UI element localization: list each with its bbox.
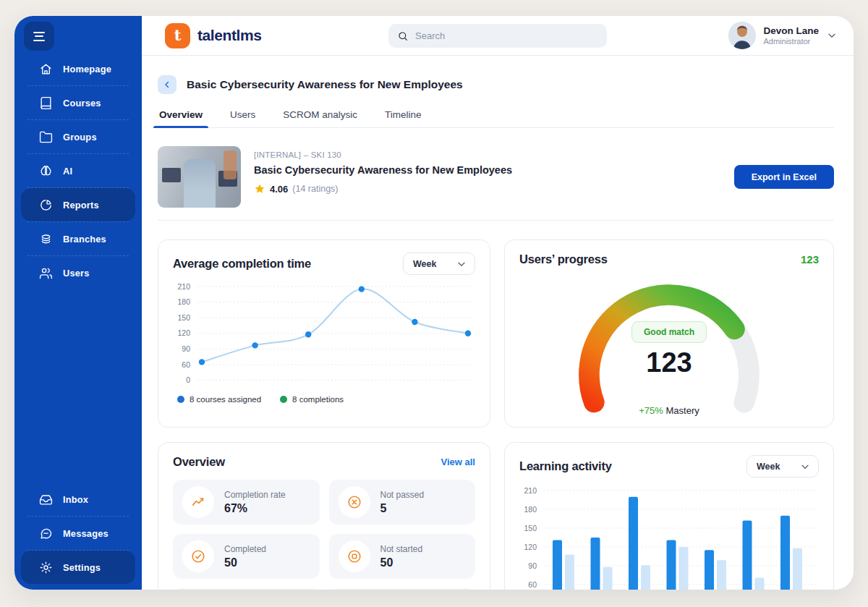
- card-title: Users’ progress: [519, 252, 608, 266]
- progress-total: 123: [801, 253, 819, 266]
- menu-toggle-button[interactable]: [24, 22, 54, 51]
- svg-text:180: 180: [524, 505, 537, 514]
- users-icon: [38, 266, 53, 280]
- legend-item-courses-assigned: 8 courses assigned: [177, 395, 261, 404]
- card-learning-activity: Learning activity Week 21018015012090600: [504, 442, 834, 590]
- svg-text:120: 120: [177, 328, 190, 337]
- brand-name: talentlms: [197, 27, 262, 44]
- stat-completed: Completed 50: [173, 534, 320, 579]
- star-icon: [254, 183, 265, 195]
- search-bar[interactable]: [388, 24, 607, 48]
- period-select[interactable]: Week: [403, 252, 475, 275]
- period-value: Week: [757, 462, 780, 472]
- svg-text:90: 90: [182, 344, 190, 353]
- brand-logo[interactable]: t talentlms: [165, 23, 262, 48]
- pie-chart-icon: [38, 198, 53, 212]
- folder-icon: [38, 130, 53, 144]
- course-summary: [INTERNAL] – SKI 130 Basic Cybersecurity…: [158, 146, 834, 208]
- book-icon: [38, 95, 53, 110]
- export-excel-button[interactable]: Export in Excel: [734, 165, 834, 189]
- tab-users[interactable]: Users: [229, 106, 257, 127]
- sidebar-item-branches[interactable]: Branches: [21, 222, 135, 255]
- avatar: [728, 22, 756, 49]
- gear-icon: [38, 560, 53, 574]
- course-code: [INTERNAL] – SKI 130: [254, 150, 512, 159]
- x-circle-icon: [339, 486, 370, 518]
- sidebar-item-messages[interactable]: Messages: [21, 517, 135, 550]
- sidebar-item-ai[interactable]: AI: [21, 154, 135, 187]
- stat-completion-rate: Completion rate 67%: [173, 480, 320, 525]
- app-window: Homepage Courses Groups: [14, 16, 854, 590]
- tab-timeline[interactable]: Timeline: [383, 106, 423, 127]
- user-role: Administrator: [763, 37, 819, 46]
- chevron-down-icon: [799, 461, 811, 472]
- course-thumbnail: [158, 146, 241, 208]
- stats-grid: Completion rate 67% Not passed: [173, 480, 475, 590]
- svg-text:150: 150: [524, 524, 537, 532]
- sidebar-item-settings[interactable]: Settings: [21, 551, 135, 584]
- section-divider: [158, 220, 834, 221]
- user-name: Devon Lane: [763, 25, 819, 38]
- card-overview: Overview View all Completion rate 67%: [158, 442, 490, 590]
- sidebar-item-label: Courses: [63, 98, 101, 109]
- tab-scrom-analysic[interactable]: SCROM analysic: [281, 106, 359, 127]
- mastery-label: +75% Mastery: [639, 405, 699, 416]
- back-button[interactable]: [158, 75, 176, 94]
- page-title: Basic Cybersecurity Awareness for New Em…: [187, 78, 463, 91]
- svg-text:210: 210: [177, 282, 190, 291]
- legend-dot-green: [280, 396, 287, 403]
- sidebar-item-homepage[interactable]: Homepage: [21, 52, 135, 85]
- home-icon: [38, 61, 53, 76]
- stat-extra: [329, 588, 476, 590]
- sidebar-item-groups[interactable]: Groups: [21, 120, 135, 153]
- period-value: Week: [413, 259, 436, 269]
- page-header: Basic Cybersecurity Awareness for New Em…: [158, 75, 834, 94]
- svg-text:60: 60: [528, 580, 537, 589]
- rating-value: 4.06: [270, 184, 288, 195]
- card-users-progress: Users’ progress 123: [504, 239, 834, 428]
- sidebar-item-label: Branches: [63, 234, 106, 245]
- course-rating: 4.06 (14 ratings): [254, 183, 512, 195]
- main-area: t talentlms Devon Lane Administrator: [142, 16, 854, 590]
- svg-text:90: 90: [528, 561, 537, 570]
- course-meta: [INTERNAL] – SKI 130 Basic Cybersecurity…: [254, 146, 512, 195]
- sidebar-item-label: Messages: [63, 528, 109, 539]
- dashboard-grid: Average completion time Week 21018015012…: [158, 239, 834, 590]
- svg-text:120: 120: [524, 543, 537, 551]
- page-content: Basic Cybersecurity Awareness for New Em…: [142, 56, 854, 590]
- progress-value: 123: [646, 347, 692, 378]
- svg-text:60: 60: [182, 360, 190, 369]
- status-badge: Good match: [631, 321, 707, 343]
- sidebar-item-users[interactable]: Users: [21, 256, 135, 289]
- sidebar-nav-bottom: Inbox Messages Settings: [14, 483, 142, 584]
- sidebar-nav-top: Homepage Courses Groups: [14, 52, 142, 289]
- period-select[interactable]: Week: [746, 455, 819, 477]
- inbox-icon: [38, 492, 53, 506]
- svg-text:180: 180: [177, 297, 190, 306]
- stat-not-passed: Not passed 5: [329, 480, 476, 525]
- desktop-background: Homepage Courses Groups: [0, 0, 868, 607]
- svg-text:210: 210: [524, 486, 537, 495]
- chevron-left-icon: [162, 80, 172, 90]
- tab-overview[interactable]: Overview: [158, 106, 204, 127]
- chart-legend: 8 courses assigned 8 completions: [173, 395, 475, 404]
- card-title: Overview: [173, 455, 225, 469]
- check-circle-icon: [182, 540, 214, 572]
- svg-text:0: 0: [186, 375, 190, 384]
- sidebar-item-reports[interactable]: Reports: [21, 188, 135, 221]
- search-input[interactable]: [415, 30, 598, 41]
- sidebar-item-courses[interactable]: Courses: [21, 86, 135, 119]
- trend-up-icon: [182, 486, 214, 518]
- search-icon: [397, 30, 409, 42]
- sidebar-item-label: Users: [63, 268, 90, 279]
- rating-count: (14 ratings): [292, 184, 338, 194]
- stat-extra: [173, 588, 320, 590]
- sidebar-item-inbox[interactable]: Inbox: [21, 483, 135, 516]
- course-title: Basic Cybersecurity Awareness for New Em…: [254, 164, 512, 176]
- user-menu[interactable]: Devon Lane Administrator: [728, 22, 838, 49]
- sidebar-item-label: Groups: [63, 132, 97, 143]
- chevron-down-icon: [456, 258, 467, 270]
- brain-icon: [38, 164, 53, 178]
- card-title: Learning activity: [519, 459, 612, 473]
- view-all-link[interactable]: View all: [441, 457, 475, 467]
